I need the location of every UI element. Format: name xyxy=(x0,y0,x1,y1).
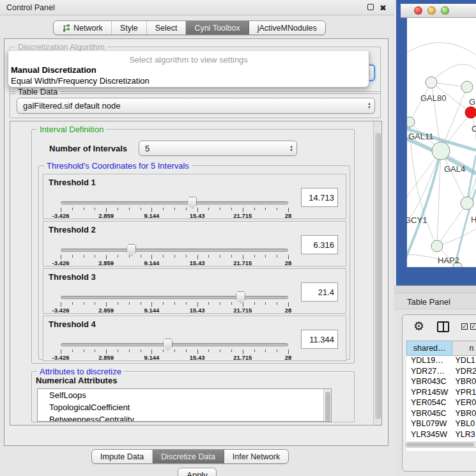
tick-label: -3.426 xyxy=(52,259,70,266)
numerical-attributes-label: Numerical Attributes xyxy=(36,376,117,385)
table-row[interactable]: YER054CYER0 xyxy=(406,398,476,409)
network-edge[interactable] xyxy=(407,42,476,56)
column-header[interactable]: n xyxy=(452,341,476,356)
table-row[interactable]: YBL079WYBL0 xyxy=(406,419,476,430)
tick-label: 15.43 xyxy=(190,354,205,361)
attribute-list-item[interactable]: BetweennessCentrality xyxy=(38,413,331,422)
threshold-value-field[interactable]: 11.344 xyxy=(301,330,338,349)
network-node[interactable] xyxy=(461,197,473,210)
table-data-value: galFiltered.sif default node xyxy=(17,101,364,111)
close-icon[interactable]: ✖ xyxy=(380,3,387,13)
node-label: G. xyxy=(469,97,476,107)
tab-network[interactable]: Network xyxy=(54,21,112,35)
column-header[interactable]: shared… xyxy=(406,341,452,356)
network-node[interactable] xyxy=(431,240,443,252)
table-row[interactable]: YLR345WYLR3 xyxy=(406,430,476,441)
settings-scrollbar[interactable] xyxy=(373,121,381,425)
node-label: HAP2 xyxy=(438,256,459,265)
numerical-attributes-list[interactable]: SelfLoopsTopologicalCoefficientBetweenne… xyxy=(37,388,332,422)
number-of-intervals-value: 5 xyxy=(139,144,286,153)
tick-label: 15.43 xyxy=(190,259,205,266)
columns-icon[interactable] xyxy=(437,321,449,332)
network-node[interactable] xyxy=(426,77,437,88)
tab-label: jActiveMNodules xyxy=(257,24,317,33)
deselect-checkbox-icon[interactable]: ✓ xyxy=(470,323,476,330)
tick-label: 9.144 xyxy=(144,307,160,314)
algorithm-option[interactable]: Equal Width/Frequency Discretization xyxy=(8,75,369,86)
table-row[interactable]: YBR045CYBR0 xyxy=(406,409,476,420)
tick-label: 28 xyxy=(285,259,292,266)
tab-infer-network[interactable]: Infer Network xyxy=(224,450,288,463)
node-label: GAL4 xyxy=(444,164,465,174)
network-icon xyxy=(62,24,70,32)
threshold-label: Threshold 3 xyxy=(49,272,96,282)
tick-label: 28 xyxy=(285,212,292,219)
settings-scrollpane: Interval Definition Number of Intervals … xyxy=(10,121,382,426)
tick-label: 9.144 xyxy=(144,212,160,219)
screen: Control Panel ✖ NetworkStyleSelectCyni T… xyxy=(0,0,476,476)
tab-label: Style xyxy=(120,24,138,33)
tab-jactivemnodules[interactable]: jActiveMNodules xyxy=(249,21,325,35)
tab-discretize-data[interactable]: Discretize Data xyxy=(153,450,224,463)
attribute-list-item[interactable]: TopologicalCoefficient xyxy=(38,401,331,413)
threshold-value-field[interactable]: 14.713 xyxy=(301,188,338,207)
network-window-titlebar xyxy=(401,4,476,18)
interval-definition-title: Interval Definition xyxy=(37,125,106,134)
threshold-panel: Threshold 4-3.4262.8599.14415.4321.71528… xyxy=(43,316,346,361)
table-data-group: Table Data galFiltered.sif default node … xyxy=(10,91,381,118)
control-panel-title: Control Panel xyxy=(6,3,55,12)
node-label: C xyxy=(472,124,476,134)
network-node[interactable] xyxy=(465,107,476,118)
network-edge[interactable] xyxy=(467,155,476,203)
float-icon[interactable] xyxy=(367,4,374,10)
network-node[interactable] xyxy=(432,142,450,160)
select-all-checkbox-icon[interactable]: ✓ xyxy=(461,323,468,330)
node-label: GCY1 xyxy=(407,215,427,225)
table-panel-titlebar: Table Panel xyxy=(394,293,476,309)
node-label: H xyxy=(471,215,476,224)
attributes-group-title: Attributes to discretize xyxy=(37,367,124,376)
table-data-combobox[interactable]: galFiltered.sif default node ▲▼ xyxy=(17,98,375,114)
threshold-label: Threshold 2 xyxy=(49,225,96,234)
list-scrollbar[interactable] xyxy=(323,389,331,421)
apply-button[interactable]: Apply xyxy=(178,468,217,476)
tab-cyni-toolbox[interactable]: Cyni Toolbox xyxy=(186,21,249,35)
network-node[interactable] xyxy=(407,117,415,127)
tab-select[interactable]: Select xyxy=(147,21,187,35)
table-row[interactable]: YPR145WYPR1 xyxy=(406,388,476,399)
minimize-traffic-light-icon[interactable] xyxy=(427,6,436,15)
threshold-panel: Threshold 1-3.4262.8599.14415.4321.71528… xyxy=(43,174,346,219)
node-label: GAL80 xyxy=(420,93,446,103)
number-of-intervals-combobox[interactable]: 5 ▲▼ xyxy=(139,141,297,156)
network-node[interactable] xyxy=(461,81,473,93)
cyni-toolbox-content: Discretization Algorithm ▲▼ Table Data g… xyxy=(4,38,388,446)
attribute-list-item[interactable]: SelfLoops xyxy=(38,389,331,401)
node-label: GAL11 xyxy=(408,132,434,141)
table-hscrollbar[interactable] xyxy=(405,441,476,448)
tick-label: 21.715 xyxy=(233,307,252,314)
tick-label: 21.715 xyxy=(233,259,252,266)
gear-icon[interactable]: ⚙ xyxy=(413,319,424,334)
network-canvas[interactable]: GAL80G.GAL11CGAL4GCY1HHAP2 xyxy=(407,18,476,267)
tick-label: 2.859 xyxy=(98,259,114,266)
table-row[interactable]: YBR043CYBR0 xyxy=(406,377,476,388)
threshold-value-field[interactable]: 6.316 xyxy=(301,235,338,254)
threshold-value-field[interactable]: 21.4 xyxy=(301,282,338,302)
tab-label: Select xyxy=(155,24,178,33)
tick-label: 2.859 xyxy=(98,212,114,219)
number-of-intervals-label: Number of Intervals xyxy=(49,144,127,153)
table-row[interactable]: YDL19…YDL1 xyxy=(406,356,476,367)
algorithm-option[interactable]: Manual Discretization xyxy=(8,65,369,75)
zoom-traffic-light-icon[interactable] xyxy=(441,6,449,15)
network-edge[interactable] xyxy=(437,203,467,246)
table-row[interactable]: YDR27…YDR2 xyxy=(406,367,476,378)
tick-label: -3.426 xyxy=(52,212,70,219)
thresholds-group: Threshold's Coordinates for 5 Intervals … xyxy=(38,165,350,360)
tab-impute-data[interactable]: Impute Data xyxy=(92,450,153,463)
network-view-window: GAL80G.GAL11CGAL4GCY1HHAP2 xyxy=(396,0,476,286)
interval-definition-group: Interval Definition Number of Intervals … xyxy=(31,129,355,364)
tick-label: 15.43 xyxy=(190,212,205,219)
network-edge[interactable] xyxy=(431,65,476,82)
close-traffic-light-icon[interactable] xyxy=(414,6,422,15)
tab-style[interactable]: Style xyxy=(112,21,147,35)
